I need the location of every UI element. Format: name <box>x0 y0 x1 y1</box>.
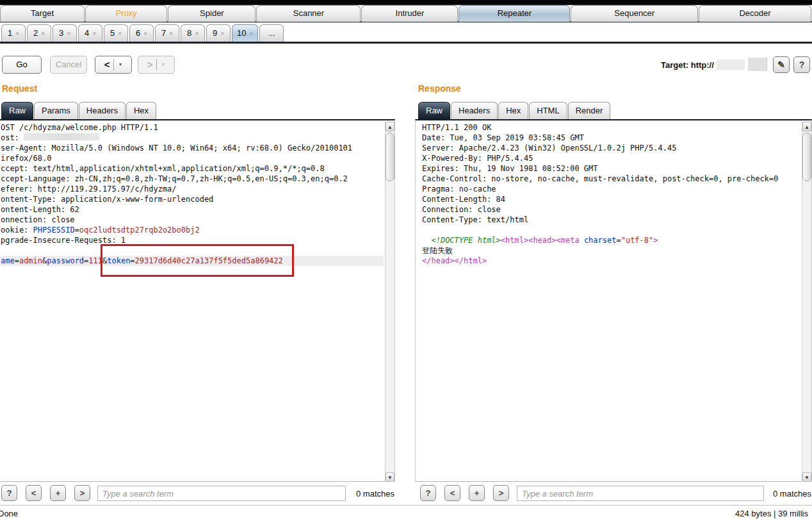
response-viewer[interactable]: HTTP/1.1 200 OKDate: Tue, 03 Sep 2019 03… <box>415 119 812 482</box>
tab-bar-underline <box>0 42 812 44</box>
request-line: ontent-Type: application/x-www-form-urle… <box>1 194 384 204</box>
response-tab-html[interactable]: HTML <box>529 102 567 119</box>
response-tab-hex[interactable]: Hex <box>498 102 528 119</box>
previous-request-button[interactable]: < ▼ <box>95 56 132 74</box>
next-request-button[interactable]: > ▼ <box>138 56 175 74</box>
close-icon[interactable]: × <box>15 30 19 37</box>
request-search-input[interactable] <box>97 486 346 501</box>
response-line: Date: Tue, 03 Sep 2019 03:58:45 GMT <box>422 133 778 143</box>
response-raw-text[interactable]: HTTP/1.1 200 OKDate: Tue, 03 Sep 2019 03… <box>422 122 778 266</box>
session-tab-label: 7 <box>161 28 166 38</box>
request-line: eferer: http://119.29.175.97/c/hdyzma/ <box>1 184 384 194</box>
response-line: Server: Apache/2.4.23 (Win32) OpenSSL/1.… <box>422 143 778 153</box>
close-icon[interactable]: × <box>195 30 199 37</box>
close-icon[interactable]: × <box>92 30 96 37</box>
request-line: ontent-Length: 62 <box>1 204 384 215</box>
chevron-down-icon: ▼ <box>157 56 169 73</box>
response-line: Cache-Control: no-store, no-cache, must-… <box>422 174 778 184</box>
request-editor[interactable]: OST /c/hdyzma/welcome.php HTTP/1.1ost: s… <box>0 119 395 482</box>
session-tab-1[interactable]: 1× <box>1 24 26 42</box>
help-button[interactable]: ? <box>793 56 810 73</box>
code-text: HTTP/1.1 200 OK <box>422 123 491 132</box>
response-tab-headers[interactable]: Headers <box>451 102 498 119</box>
main-tab-bar: TargetProxySpiderScannerIntruderRepeater… <box>0 5 812 22</box>
session-tab-3[interactable]: 3× <box>53 24 77 42</box>
close-icon[interactable]: × <box>169 30 173 37</box>
session-tab-bar: 1×2×3×4×5×6×7×8×9×10×... <box>1 24 812 42</box>
code-text: admin <box>19 256 42 265</box>
response-tab-render[interactable]: Render <box>568 102 611 119</box>
chevron-down-icon: ▼ <box>114 56 126 73</box>
request-tab-raw[interactable]: Raw <box>1 102 33 119</box>
main-tab-proxy[interactable]: Proxy <box>85 5 167 22</box>
code-text: irefox/68.0 <box>1 154 51 163</box>
main-tab-target[interactable]: Target <box>0 5 85 22</box>
scroll-up-icon[interactable]: ▲ <box>802 122 811 131</box>
redacted-value <box>24 133 99 140</box>
close-icon[interactable]: × <box>118 30 122 37</box>
session-tab-4[interactable]: 4× <box>78 24 102 42</box>
code-text: oqc2ludtsdtp27rqb2o2bo0bj2 <box>79 226 200 235</box>
response-panel-title: Response <box>418 83 461 94</box>
request-tab-hex[interactable]: Hex <box>126 102 156 119</box>
response-search-add-button[interactable]: + <box>469 485 485 501</box>
main-tab-intruder[interactable]: Intruder <box>361 5 458 22</box>
session-tab-10[interactable]: 10× <box>232 24 258 42</box>
close-icon[interactable]: × <box>249 30 253 37</box>
close-icon[interactable]: × <box>67 30 70 37</box>
code-text: "utf-8" <box>621 236 654 245</box>
scroll-up-icon[interactable]: ▲ <box>386 122 394 131</box>
session-tab-7[interactable]: 7× <box>155 24 179 42</box>
main-tab-decoder[interactable]: Decoder <box>699 5 811 22</box>
request-line: ser-Agent: Mozilla/5.0 (Windows NT 10.0;… <box>1 143 384 153</box>
edit-target-button[interactable]: ✎ <box>773 56 790 73</box>
session-tab-6[interactable]: 6× <box>129 24 154 42</box>
response-search-matches: 0 matches <box>773 489 811 498</box>
main-tab-repeater[interactable]: Repeater <box>459 5 570 22</box>
response-line: Expires: Thu, 19 Nov 1981 08:52:00 GMT <box>422 163 778 174</box>
response-search-help-button[interactable]: ? <box>420 485 436 501</box>
request-tab-headers[interactable]: Headers <box>79 102 126 119</box>
request-search-add-button[interactable]: + <box>50 485 66 501</box>
session-tab-label: 3 <box>59 28 63 38</box>
response-tab-raw[interactable]: Raw <box>418 102 450 119</box>
close-icon[interactable]: × <box>41 30 45 37</box>
session-tab-8[interactable]: 8× <box>181 24 205 42</box>
code-text: ost: <box>1 133 24 142</box>
request-tab-params[interactable]: Params <box>34 102 78 119</box>
main-tab-sequencer[interactable]: Sequencer <box>571 5 698 22</box>
session-tab-label: 10 <box>237 28 246 38</box>
scrollbar-thumb[interactable] <box>802 133 811 181</box>
main-tab-spider[interactable]: Spider <box>168 5 256 22</box>
response-search-next-button[interactable]: > <box>493 485 509 501</box>
session-tab-2[interactable]: 2× <box>27 24 51 42</box>
session-tab-9[interactable]: 9× <box>206 24 231 42</box>
response-scrollbar[interactable]: ▲ ▼ <box>802 122 811 482</box>
code-text: password <box>47 256 84 265</box>
session-tab-label: 5 <box>110 28 115 38</box>
request-search-next-button[interactable]: > <box>74 485 90 501</box>
scroll-down-icon[interactable]: ▼ <box>802 472 811 482</box>
code-text <box>422 236 431 245</box>
session-tab-label: 8 <box>187 28 191 38</box>
close-icon[interactable]: × <box>143 30 147 37</box>
scroll-down-icon[interactable]: ▼ <box>386 472 394 482</box>
response-search-prev-button[interactable]: < <box>444 485 460 501</box>
request-scrollbar[interactable]: ▲ ▼ <box>385 122 394 482</box>
session-tab-5[interactable]: 5× <box>104 24 128 42</box>
request-search-help-button[interactable]: ? <box>1 485 17 501</box>
close-icon[interactable]: × <box>220 30 224 37</box>
session-tab-label: 9 <box>213 28 217 38</box>
response-line: Content-Type: text/html <box>422 215 778 225</box>
request-line: irefox/68.0 <box>1 153 384 163</box>
request-line: ccept-Language: zh-CN,zh;q=0.8,zh-TW;q=0… <box>1 174 384 184</box>
request-search-bar: ? < + > 0 matches <box>0 484 395 502</box>
main-tab-scanner[interactable]: Scanner <box>256 5 361 22</box>
scrollbar-thumb[interactable] <box>386 133 394 181</box>
cancel-button[interactable]: Cancel <box>50 56 87 74</box>
response-search-bar: ? < + > 0 matches <box>419 484 812 502</box>
request-search-prev-button[interactable]: < <box>26 485 42 501</box>
session-tab-...[interactable]: ... <box>259 24 284 42</box>
response-search-input[interactable] <box>517 486 764 501</box>
go-button[interactable]: Go <box>2 56 42 74</box>
